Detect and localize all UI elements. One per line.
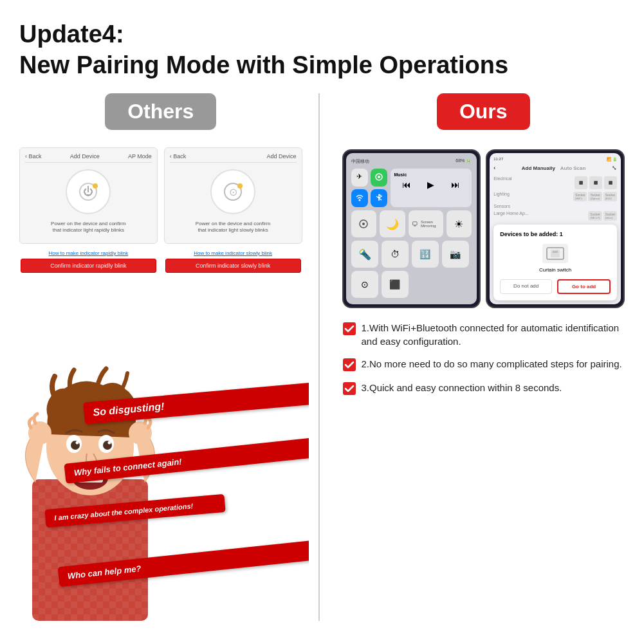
features-list: 1.With WiFi+Bluetooth connected for auto… (342, 321, 625, 396)
screen-mirror-toggle[interactable]: Screen Mirroring (409, 210, 443, 237)
nav-title-2: Add Device (266, 153, 296, 160)
ios-second-row: 🌙 Screen Mirroring ☀ (351, 210, 472, 237)
airplane-toggle[interactable]: ✈ (351, 169, 368, 187)
socket-nbot[interactable]: Socket(NB-IoT) (588, 211, 602, 221)
confirm-1-section: How to make indicator rapidly blink Conf… (19, 250, 158, 273)
battery: 68% 🔋 (455, 158, 472, 165)
phones-container: 中国移动 68% 🔋 ✈ (342, 149, 625, 308)
device-circle-2: ⊙ (210, 169, 255, 214)
moon-toggle[interactable]: 🌙 (380, 210, 405, 237)
rewind-button[interactable]: ⏮ (402, 179, 411, 190)
flashlight-toggle[interactable]: 🔦 (351, 241, 378, 268)
popup-actions: Do not add Go to add (500, 279, 611, 294)
ours-badge: Ours (437, 93, 530, 130)
rapidly-blink-link[interactable]: How to make indicator rapidly blink (21, 250, 156, 256)
do-not-add-button[interactable]: Do not add (500, 279, 552, 294)
camera-toggle[interactable]: 📷 (442, 241, 469, 268)
screenshots-section: ‹ Back Add Device AP Mode ⏻ Power on the… (19, 147, 302, 273)
svg-point-20 (362, 223, 365, 225)
screenshot-header-2: ‹ Back Add Device (170, 153, 297, 163)
go-to-add-button[interactable]: Go to add (557, 279, 611, 294)
right-column: Ours 中国移动 68% 🔋 (323, 93, 625, 621)
column-divider (318, 93, 320, 621)
wifi-toggle[interactable] (351, 189, 368, 207)
device-icon (542, 244, 568, 263)
sensors-label: Sensors (493, 204, 510, 208)
categories-header: Electrical ⬛ ⬛ ⬛ (493, 176, 617, 189)
carrier: 中国移动 (351, 158, 369, 165)
play-button[interactable]: ▶ (427, 179, 434, 190)
status-bar-right: 11:27 📶 🔋 (493, 157, 617, 161)
ios-third-row: 🔦 ⏱ 🔢 📷 (351, 241, 472, 268)
speech-bubbles: So disgusting! Why fails to connect agai… (13, 351, 309, 621)
screenshot-header-1: ‹ Back Add Device AP Mode (25, 153, 152, 163)
nav-back-1: ‹ Back (25, 153, 42, 160)
back-arrow[interactable]: ‹ (493, 165, 495, 171)
brightness-toggle[interactable]: ☀ (446, 210, 472, 237)
feature-item-3: 3.Quick and easy connection within 8 sec… (342, 381, 625, 396)
left-column: Others ‹ Back Add Device AP Mode ⏻ (19, 93, 315, 621)
header: Update4: New Pairing Mode with Simple Op… (19, 19, 625, 80)
large-home-icons: Socket(NB-IoT) Socket(other) (588, 211, 617, 221)
device-popup: Devices to be added: 1 Curtain switch Do… (493, 225, 617, 300)
nav-title-1: Add Device (70, 153, 100, 160)
screen-mirror-label: Screen Mirroring (421, 220, 439, 228)
ios-control-center: 中国移动 68% 🔋 ✈ (346, 153, 477, 304)
socket-zigbee[interactable]: Socket(Zigbee) (588, 192, 602, 201)
expand-icon[interactable]: ⤡ (612, 165, 617, 171)
feature-text-1: 1.With WiFi+Bluetooth connected for auto… (362, 321, 625, 348)
cellular-toggle[interactable] (371, 169, 387, 187)
ios-top-row: ✈ (351, 169, 472, 207)
bubble-1: So disgusting! (83, 382, 308, 424)
tabs-row: Add Manually Auto Scan (522, 165, 586, 171)
svg-rect-24 (553, 251, 558, 253)
add-manually-screen: 11:27 📶 🔋 ‹ Add Manually Auto Scan ⤡ (490, 153, 621, 304)
bubble-3: I am crazy about the complex operations! (44, 494, 225, 528)
large-home-row: Large Home Ap... Socket(NB-IoT) Socket(o… (493, 211, 617, 221)
socket-ble[interactable]: Socket(BLE) (603, 192, 617, 201)
nav-back-2: ‹ Back (170, 153, 187, 160)
tab-auto-scan[interactable]: Auto Scan (560, 165, 586, 171)
bubble-2: Why fails to connect again! (64, 437, 308, 484)
home-toggle[interactable]: ⊙ (351, 271, 378, 298)
time-display: 11:27 (493, 157, 503, 161)
scan-toggle[interactable]: ⬛ (382, 271, 409, 298)
confirm-buttons-row: How to make indicator rapidly blink Conf… (19, 250, 302, 273)
lighting-label: Lighting (493, 192, 510, 201)
nav-apmode-1: AP Mode (128, 153, 152, 160)
svg-rect-23 (551, 250, 560, 257)
device-name: Curtain switch (500, 267, 611, 273)
check-icon-1 (342, 322, 356, 336)
popup-title: Devices to be added: 1 (500, 231, 611, 237)
frustrated-section: So disgusting! Why fails to connect agai… (13, 351, 309, 621)
phone-left: 中国移动 68% 🔋 ✈ (342, 149, 481, 308)
calculator-toggle[interactable]: 🔢 (412, 241, 439, 268)
screenshot-box-2: ‹ Back Add Device ⊙ Power on the device … (164, 147, 302, 244)
svg-point-18 (358, 199, 360, 201)
socket-wifi[interactable]: Socket(WiFi) (573, 192, 587, 201)
socket-icon-3[interactable]: ⬛ (604, 176, 617, 189)
socket-other[interactable]: Socket(other) (603, 211, 617, 221)
confirm-slow-button[interactable]: Confirm indicator slowly blink (165, 259, 301, 273)
electrical-label: Electrical (493, 176, 511, 189)
sensors-row: Sensors (493, 204, 617, 208)
socket-icon-2[interactable]: ⬛ (589, 176, 602, 189)
confirm-rapid-button[interactable]: Confirm indicator rapidly blink (21, 259, 156, 273)
socket-icon-1[interactable]: ⬛ (575, 176, 587, 189)
device-circle-1: ⏻ (66, 169, 111, 214)
timer-toggle[interactable]: ⏱ (382, 241, 409, 268)
tab-add-manually[interactable]: Add Manually (522, 165, 555, 171)
svg-rect-21 (413, 222, 417, 225)
slowly-blink-link[interactable]: How to make indicator slowly blink (165, 250, 301, 256)
others-badge: Others (105, 93, 216, 130)
music-controls: ⏮ ▶ ⏭ (394, 179, 468, 190)
bluetooth-toggle[interactable] (371, 189, 387, 207)
focus-toggle[interactable] (351, 210, 377, 237)
music-label: Music (394, 172, 468, 177)
phone-right: 11:27 📶 🔋 ‹ Add Manually Auto Scan ⤡ (486, 149, 625, 308)
device-indicator-2 (237, 183, 243, 189)
page: Update4: New Pairing Mode with Simple Op… (0, 0, 644, 644)
confirm-2-section: How to make indicator slowly blink Confi… (164, 250, 302, 273)
screenshots-row: ‹ Back Add Device AP Mode ⏻ Power on the… (19, 147, 302, 244)
fastforward-button[interactable]: ⏭ (451, 179, 460, 190)
